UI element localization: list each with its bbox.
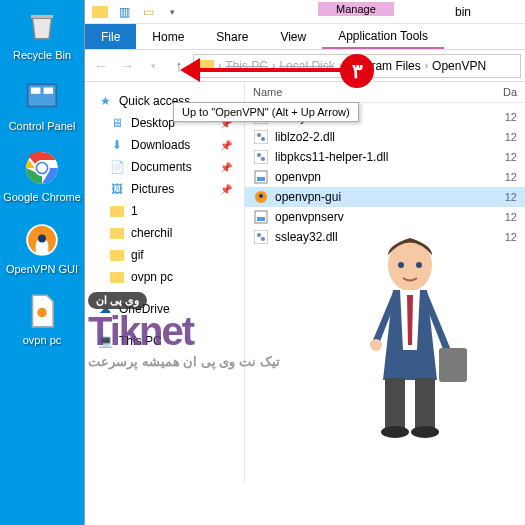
file-date: 12 xyxy=(505,191,517,203)
ribbon-tabs: File Home Share View Application Tools xyxy=(85,24,525,50)
breadcrumb[interactable]: OpenVPN xyxy=(432,59,486,73)
svg-rect-23 xyxy=(257,217,265,221)
pin-icon: 📌 xyxy=(220,162,232,173)
desktop-icon-openvpn[interactable]: OpenVPN GUI xyxy=(0,219,84,276)
nav-recent-dropdown[interactable]: ▾ xyxy=(141,54,165,78)
svg-rect-31 xyxy=(415,378,435,428)
qat-newfolder-icon[interactable]: ▭ xyxy=(137,2,159,22)
tab-file[interactable]: File xyxy=(85,24,136,49)
sidebar-item-folder[interactable]: gif xyxy=(89,244,240,266)
file-type-icon xyxy=(253,229,269,245)
tab-share[interactable]: Share xyxy=(200,24,264,49)
svg-rect-19 xyxy=(257,177,265,181)
file-type-icon xyxy=(253,149,269,165)
folder-icon xyxy=(109,247,125,263)
chevron-right-icon: › xyxy=(425,60,428,71)
desktop-icon-label: OpenVPN GUI xyxy=(6,263,78,276)
file-row[interactable]: openvpn12 xyxy=(245,167,525,187)
svg-point-32 xyxy=(381,426,409,438)
watermark-logo: وی پی ان Tiknet تیک نت وی پی ان همیشه پر… xyxy=(88,290,280,369)
pictures-icon: 🖼 xyxy=(109,181,125,197)
sidebar-item-label: 1 xyxy=(131,204,138,218)
file-name: liblzo2-2.dll xyxy=(275,130,499,144)
desktop-icon-control-panel[interactable]: Control Panel xyxy=(0,76,84,133)
file-date: 12 xyxy=(505,131,517,143)
recycle-bin-icon xyxy=(21,5,63,47)
svg-point-21 xyxy=(259,194,263,198)
sidebar-item-label: Documents xyxy=(131,160,192,174)
folder-icon xyxy=(109,203,125,219)
watermark-brand: Tiknet xyxy=(88,309,280,354)
desktop-icon: 🖥 xyxy=(109,115,125,131)
sidebar-item-folder[interactable]: ovpn pc xyxy=(89,266,240,288)
folder-icon[interactable] xyxy=(89,2,111,22)
file-date: 12 xyxy=(505,211,517,223)
tab-application-tools[interactable]: Application Tools xyxy=(322,24,444,49)
column-date[interactable]: Da xyxy=(503,86,517,98)
pin-icon: 📌 xyxy=(220,140,232,151)
sidebar-item-folder[interactable]: cherchil xyxy=(89,222,240,244)
sidebar-item-downloads[interactable]: ⬇ Downloads 📌 xyxy=(89,134,240,156)
watermark-subtitle: تیک نت وی پی ان همیشه پرسرعت xyxy=(88,354,280,369)
svg-point-17 xyxy=(261,157,265,161)
sidebar-item-folder[interactable]: 1 xyxy=(89,200,240,222)
openvpn-icon xyxy=(21,219,63,261)
sidebar-item-label: Desktop xyxy=(131,116,175,130)
svg-rect-15 xyxy=(254,150,268,164)
file-list-header[interactable]: Name Da xyxy=(245,82,525,103)
desktop-icon-label: Recycle Bin xyxy=(13,49,71,62)
control-panel-icon xyxy=(21,76,63,118)
file-type-icon xyxy=(253,209,269,225)
nav-sidebar: ★ Quick access 🖥 Desktop 📌 ⬇ Downloads 📌… xyxy=(85,82,245,482)
character-illustration xyxy=(345,220,475,440)
file-date: 12 xyxy=(505,111,517,123)
desktop-icon-ovpn-file[interactable]: ovpn pc xyxy=(0,290,84,347)
annotation-step-badge: ۳ xyxy=(340,54,374,88)
sidebar-item-label: gif xyxy=(131,248,144,262)
file-row[interactable]: openvpn-gui12 xyxy=(245,187,525,207)
window-title: bin xyxy=(455,5,471,19)
folder-icon xyxy=(109,269,125,285)
nav-up-tooltip: Up to "OpenVPN" (Alt + Up Arrow) xyxy=(173,102,359,122)
qat-dropdown-icon[interactable]: ▾ xyxy=(161,2,183,22)
sidebar-item-label: cherchil xyxy=(131,226,172,240)
titlebar: ▥ ▭ ▾ Manage bin xyxy=(85,0,525,24)
nav-forward-button[interactable]: → xyxy=(115,54,139,78)
desktop-area: Recycle Bin Control Panel Google Chrome … xyxy=(0,0,84,525)
sidebar-item-pictures[interactable]: 🖼 Pictures 📌 xyxy=(89,178,240,200)
svg-point-14 xyxy=(261,137,265,141)
svg-point-16 xyxy=(257,153,261,157)
sidebar-item-documents[interactable]: 📄 Documents 📌 xyxy=(89,156,240,178)
star-icon: ★ xyxy=(97,93,113,109)
desktop-icon-chrome[interactable]: Google Chrome xyxy=(0,147,84,204)
svg-rect-30 xyxy=(385,378,405,428)
desktop-icon-label: Google Chrome xyxy=(3,191,81,204)
qat-properties-icon[interactable]: ▥ xyxy=(113,2,135,22)
file-name: openvpn xyxy=(275,170,499,184)
svg-point-26 xyxy=(261,237,265,241)
file-date: 12 xyxy=(505,171,517,183)
pin-icon: 📌 xyxy=(220,184,232,195)
sidebar-item-label: Downloads xyxy=(131,138,190,152)
ovpn-file-icon xyxy=(21,290,63,332)
svg-point-28 xyxy=(398,262,404,268)
file-name: openvpn-gui xyxy=(275,190,499,204)
downloads-icon: ⬇ xyxy=(109,137,125,153)
column-name[interactable]: Name xyxy=(253,86,503,98)
file-row[interactable]: libpkcs11-helper-1.dll12 xyxy=(245,147,525,167)
file-date: 12 xyxy=(505,231,517,243)
tab-view[interactable]: View xyxy=(264,24,322,49)
documents-icon: 📄 xyxy=(109,159,125,175)
file-row[interactable]: liblzo2-2.dll12 xyxy=(245,127,525,147)
svg-point-25 xyxy=(257,233,261,237)
sidebar-item-label: ovpn pc xyxy=(131,270,173,284)
svg-rect-12 xyxy=(254,130,268,144)
folder-icon xyxy=(109,225,125,241)
file-type-icon xyxy=(253,189,269,205)
nav-back-button[interactable]: ← xyxy=(89,54,113,78)
tab-home[interactable]: Home xyxy=(136,24,200,49)
desktop-icon-recycle[interactable]: Recycle Bin xyxy=(0,5,84,62)
manage-contextual-tab[interactable]: Manage xyxy=(318,2,394,16)
watermark-tag: وی پی ان xyxy=(88,292,147,309)
nav-bar: ← → ▾ ↑ › This PC › Local Disk › Program… xyxy=(85,50,525,82)
